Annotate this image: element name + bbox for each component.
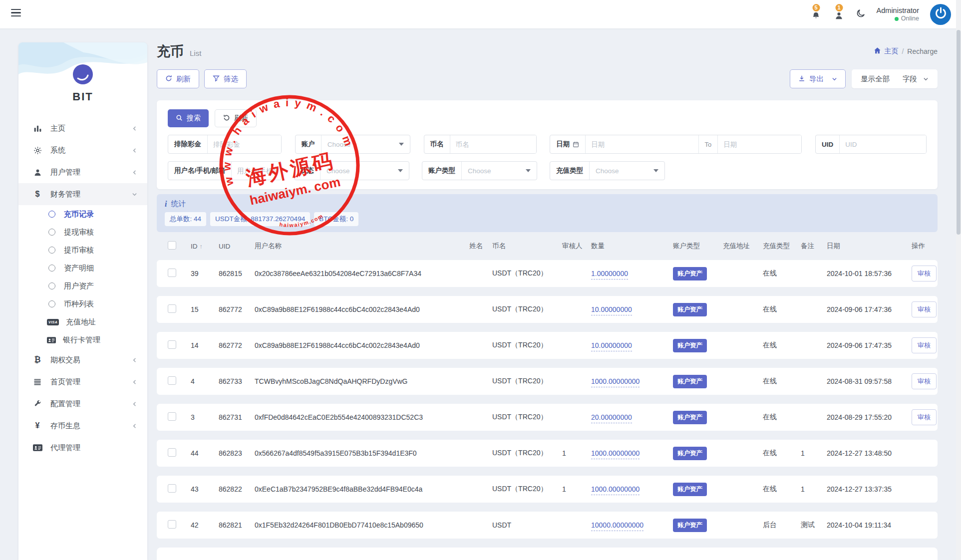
row-checkbox[interactable] — [168, 340, 176, 349]
row-checkbox[interactable] — [168, 304, 176, 313]
qty-link[interactable]: 1000.00000000 — [591, 377, 640, 387]
sidebar-subitem-3-0[interactable]: 充币记录 — [18, 205, 147, 223]
sidebar-item-3[interactable]: $财务管理 — [18, 183, 147, 205]
chev-left-icon — [132, 423, 137, 429]
sidebar-subitem-3-1[interactable]: 提现审核 — [18, 223, 147, 241]
filter-row1-input-2[interactable] — [450, 135, 536, 153]
refresh-button[interactable]: 刷新 — [157, 69, 199, 88]
show-all-label[interactable]: 显示全部 — [861, 74, 890, 84]
column-header-9: 充值类型 — [759, 241, 797, 251]
row-checkbox-cell — [157, 476, 187, 503]
audit-button[interactable]: 审核 — [912, 301, 937, 317]
dark-mode-toggle[interactable] — [856, 8, 866, 20]
row-checkbox[interactable] — [168, 269, 176, 277]
filter-row2-input-0[interactable] — [231, 162, 281, 180]
chev-left-icon — [132, 126, 137, 131]
breadcrumb-home[interactable]: 主页 — [874, 47, 898, 56]
table-row-partial — [157, 548, 938, 560]
cell-address — [719, 332, 759, 359]
filter-row1-input-0[interactable] — [207, 135, 281, 153]
filter-row-2: 用户名/手机/邮箱状态Choose账户类型Choose充值类型Choose — [168, 161, 927, 180]
qty-link[interactable]: 1.00000000 — [591, 270, 628, 280]
cell-realname — [465, 512, 488, 539]
row-checkbox[interactable] — [168, 484, 176, 493]
filter-refresh-button[interactable]: 刷新 — [215, 109, 257, 127]
scrollbar-track[interactable] — [956, 0, 961, 560]
sidebar-item-label: 财务管理 — [50, 190, 132, 199]
row-checkbox[interactable] — [168, 412, 176, 421]
filter-row1-select-1[interactable]: Choose — [321, 135, 410, 153]
sidebar-item-1[interactable]: 系统 — [18, 139, 147, 161]
sidebar-subitem-3-6[interactable]: VISA充值地址 — [18, 313, 147, 331]
brand-logo — [72, 63, 94, 85]
audit-button[interactable]: 审核 — [912, 409, 937, 425]
sidebar-item-4[interactable]: ₿期权交易 — [18, 349, 147, 371]
filter-row2-select-2[interactable]: Choose — [461, 162, 537, 180]
qty-link[interactable]: 10000.00000000 — [591, 521, 643, 531]
cell-note — [797, 332, 823, 359]
date-from-input[interactable] — [585, 135, 698, 153]
column-header-10: 备注 — [797, 241, 823, 251]
cell-date: 2024-09-06 17:47:36 — [823, 296, 908, 323]
cell-coin: USDT（TRC20） — [488, 476, 558, 503]
notification-bell-icon[interactable]: 5 — [810, 7, 822, 22]
row-checkbox[interactable] — [168, 376, 176, 385]
column-header-0[interactable]: ID↑ — [187, 241, 215, 251]
qty-link[interactable]: 1000.00000000 — [591, 449, 640, 459]
sidebar-item-0[interactable]: 主页 — [18, 117, 147, 139]
cell-username: 0x566267a4df8549f5a3915E075B3b15F394d1E3… — [251, 440, 465, 467]
columns-control[interactable]: 显示全部 字段 — [852, 69, 938, 88]
qty-link[interactable]: 10.00000000 — [591, 305, 632, 315]
avatar[interactable] — [930, 4, 951, 25]
qty-link[interactable]: 1000.00000000 — [591, 485, 640, 495]
cell-account-type: 账户资产 — [669, 332, 719, 359]
row-checkbox-cell — [157, 512, 187, 539]
column-header-3: 姓名 — [465, 241, 488, 251]
circle-icon — [48, 229, 55, 236]
moon-icon — [856, 8, 866, 20]
field-label: 排除彩金 — [168, 140, 207, 149]
sidebar-item-6[interactable]: 配置管理 — [18, 393, 147, 415]
select-all-checkbox[interactable] — [168, 241, 176, 250]
cell-uid: 862815 — [215, 260, 251, 287]
filter-row1-field-3: 日期To — [550, 135, 802, 154]
filter-row2-select-1[interactable]: Choose — [320, 162, 409, 180]
user-alert-icon[interactable]: 1 — [833, 7, 845, 22]
page-subtitle: List — [190, 49, 201, 57]
fields-label[interactable]: 字段 — [903, 74, 917, 84]
scrollbar-thumb[interactable] — [957, 30, 961, 235]
audit-button[interactable]: 审核 — [912, 337, 937, 353]
account-type-badge: 账户资产 — [673, 483, 707, 496]
sidebar-subitem-label: 充值地址 — [66, 317, 96, 327]
qty-link[interactable]: 20.00000000 — [591, 413, 632, 423]
cell-date: 2024-09-06 17:47:35 — [823, 332, 908, 359]
cell-action — [908, 476, 938, 503]
filter-row1-input-4[interactable] — [839, 135, 926, 153]
sidebar-item-2[interactable]: 用户管理 — [18, 161, 147, 183]
sidebar-item-5[interactable]: 首页管理 — [18, 371, 147, 393]
search-button[interactable]: 搜索 — [168, 109, 209, 127]
sidebar-subitem-3-3[interactable]: 资产明细 — [18, 259, 147, 277]
export-button[interactable]: 导出 — [790, 69, 846, 88]
qty-link[interactable]: 10.00000000 — [591, 341, 632, 351]
cell-note: 1 — [797, 440, 823, 467]
cell-action: 审核 — [908, 368, 938, 395]
sort-up-icon[interactable]: ↑ — [200, 243, 203, 250]
sidebar-item-8[interactable]: 代理管理 — [18, 437, 147, 459]
row-checkbox[interactable] — [168, 520, 176, 529]
menu-toggle-icon[interactable] — [11, 9, 21, 18]
sidebar-subitem-3-4[interactable]: 用户资产 — [18, 277, 147, 295]
row-checkbox[interactable] — [168, 448, 176, 457]
cell-recharge-type: 在线 — [759, 368, 797, 395]
audit-button[interactable]: 审核 — [912, 373, 937, 389]
date-to-input[interactable] — [717, 135, 801, 153]
filter-button[interactable]: 筛选 — [204, 69, 247, 88]
sidebar-subitem-3-5[interactable]: 币种列表 — [18, 295, 147, 313]
notification-badge: 5 — [811, 3, 821, 12]
sidebar-subitem-3-2[interactable]: 提币审核 — [18, 241, 147, 259]
sidebar-subitem-3-7[interactable]: 银行卡管理 — [18, 331, 147, 349]
table-row-5: 448628230x566267a4df8549f5a3915E075B3b15… — [157, 440, 938, 467]
sidebar-item-7[interactable]: ¥存币生息 — [18, 415, 147, 437]
filter-row2-select-3[interactable]: Choose — [589, 162, 664, 180]
audit-button[interactable]: 审核 — [912, 266, 937, 281]
